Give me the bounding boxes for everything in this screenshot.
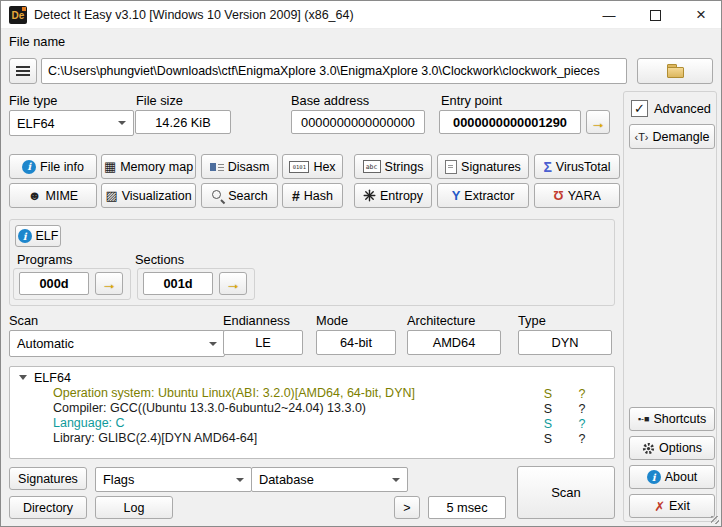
advanced-label: Advanced xyxy=(654,101,711,116)
memory-chip-icon: ▦ xyxy=(104,160,116,173)
close-button[interactable]: × xyxy=(679,1,722,29)
resize-grip[interactable] xyxy=(711,516,719,524)
file-type-label: File type xyxy=(9,93,57,108)
window-title: Detect It Easy v3.10 [Windows 10 Version… xyxy=(34,8,354,22)
shortcuts-button[interactable]: ▪-■ Shortcuts xyxy=(629,407,715,431)
sections-goto-button[interactable]: → xyxy=(219,272,247,295)
signatures-button[interactable]: Signatures xyxy=(9,467,87,490)
base-address-field[interactable]: 0000000000000000 xyxy=(291,110,425,134)
type-field[interactable]: DYN xyxy=(518,330,612,355)
base-address-label: Base address xyxy=(291,93,369,108)
maximize-icon xyxy=(650,10,661,21)
info-link[interactable]: ? xyxy=(572,402,592,416)
entropy-button[interactable]: Entropy xyxy=(354,183,432,208)
tree-row-language[interactable]: Language: C xyxy=(53,415,125,430)
sections-count-field[interactable]: 001d xyxy=(143,272,213,295)
extractor-button[interactable]: Y Extractor xyxy=(437,183,529,208)
file-path-input[interactable] xyxy=(41,58,627,84)
visualization-button[interactable]: ▨ Visualization xyxy=(101,183,196,208)
tree-row-compiler[interactable]: Compiler: GCC((Ubuntu 13.3.0-6ubuntu2~24… xyxy=(53,400,366,415)
more-button[interactable]: > xyxy=(394,496,420,519)
detect-text: Operation system: Ubuntu Linux(ABI: 3.2.… xyxy=(53,386,415,400)
info-link[interactable]: ? xyxy=(572,432,592,446)
search-label: Search xyxy=(228,189,268,203)
yara-button[interactable]: Ʊ YARA xyxy=(534,183,620,208)
elf-button-label: ELF xyxy=(36,229,59,243)
tree-row-library[interactable]: Library: GLIBC(2.4)[DYN AMD64-64] xyxy=(53,430,257,445)
minimize-button[interactable]: — xyxy=(587,1,631,29)
database-value: Database xyxy=(259,472,314,487)
search-icon xyxy=(211,189,224,202)
database-select[interactable]: Database xyxy=(251,467,408,492)
entry-point-goto-button[interactable]: → xyxy=(586,110,610,134)
scan-engine-select[interactable]: Automatic xyxy=(9,330,225,357)
advanced-checkbox-row[interactable]: ✓ Advanced xyxy=(631,100,711,117)
exit-button[interactable]: ✗ Exit xyxy=(629,494,715,518)
elf-button[interactable]: ELF xyxy=(15,225,61,247)
signature-link[interactable]: S xyxy=(538,402,558,416)
demangle-button[interactable]: ‹T› Demangle xyxy=(629,124,715,149)
programs-label: Programs xyxy=(17,252,72,267)
more-icon: > xyxy=(403,501,410,515)
entry-point-field[interactable]: 0000000000001290 xyxy=(439,110,581,134)
minimize-icon: — xyxy=(603,8,616,23)
strings-button[interactable]: abc Strings xyxy=(354,154,432,179)
about-button[interactable]: About xyxy=(629,465,715,489)
programs-goto-button[interactable]: → xyxy=(95,272,123,295)
flags-select[interactable]: Flags xyxy=(95,467,252,492)
signatures-label: Signatures xyxy=(18,472,78,486)
abc-icon: abc xyxy=(363,160,381,173)
scan-time-field: 5 msec xyxy=(428,496,506,519)
endianness-field[interactable]: LE xyxy=(223,330,303,355)
options-button[interactable]: Options xyxy=(629,436,715,460)
type-label: Type xyxy=(518,313,546,328)
image-icon: ▨ xyxy=(105,189,117,202)
signature-link[interactable]: S xyxy=(538,387,558,401)
expander-icon[interactable] xyxy=(19,375,27,380)
log-button[interactable]: Log xyxy=(95,496,173,519)
memory-map-button[interactable]: ▦ Memory map xyxy=(101,154,196,179)
tree-root-label: ELF64 xyxy=(34,371,71,385)
gear-icon xyxy=(642,442,655,455)
yara-icon: Ʊ xyxy=(553,189,563,202)
file-type-select[interactable]: ELF64 xyxy=(9,110,134,136)
open-file-button[interactable] xyxy=(637,58,713,84)
signature-link[interactable]: S xyxy=(538,417,558,431)
maximize-button[interactable] xyxy=(633,1,677,29)
directory-button[interactable]: Directory xyxy=(9,496,87,519)
file-size-field[interactable]: 14.26 KiB xyxy=(135,110,231,134)
file-info-button[interactable]: File info xyxy=(9,154,97,179)
virustotal-button[interactable]: Σ VirusTotal xyxy=(534,154,620,179)
hash-button[interactable]: # Hash xyxy=(282,183,343,208)
strings-label: Strings xyxy=(385,160,424,174)
face-icon: ☻ xyxy=(28,189,42,202)
scan-button[interactable]: Scan xyxy=(517,466,615,519)
snowflake-icon xyxy=(363,189,376,202)
file-list-button[interactable] xyxy=(9,58,37,84)
signatures-tool-button[interactable]: Signatures xyxy=(437,154,529,179)
signature-link[interactable]: S xyxy=(538,432,558,446)
memory-map-label: Memory map xyxy=(120,160,193,174)
list-icon xyxy=(16,66,30,76)
programs-count-field[interactable]: 000d xyxy=(19,272,89,295)
hex-button[interactable]: 0101 Hex xyxy=(282,154,343,179)
info-link[interactable]: ? xyxy=(572,387,592,401)
advanced-checkbox[interactable]: ✓ xyxy=(631,100,648,117)
tree-row-os[interactable]: Operation system: Ubuntu Linux(ABI: 3.2.… xyxy=(53,385,415,400)
hash-label: Hash xyxy=(304,189,333,203)
disasm-button[interactable]: Disasm xyxy=(201,154,278,179)
mode-field[interactable]: 64-bit xyxy=(316,330,396,355)
file-type-value: ELF64 xyxy=(17,116,55,131)
chevron-down-icon xyxy=(392,478,400,482)
tree-root-row[interactable]: ELF64 xyxy=(19,370,71,385)
architecture-field[interactable]: AMD64 xyxy=(407,330,501,355)
detect-text: Language: C xyxy=(53,416,125,430)
info-link[interactable]: ? xyxy=(572,417,592,431)
folder-icon xyxy=(667,64,684,78)
mime-button[interactable]: ☻ MIME xyxy=(9,183,97,208)
chevron-down-icon xyxy=(236,478,244,482)
yara-label: YARA xyxy=(568,189,601,203)
close-icon: × xyxy=(696,5,706,25)
search-button[interactable]: Search xyxy=(201,183,278,208)
hex-icon: 0101 xyxy=(289,161,309,173)
